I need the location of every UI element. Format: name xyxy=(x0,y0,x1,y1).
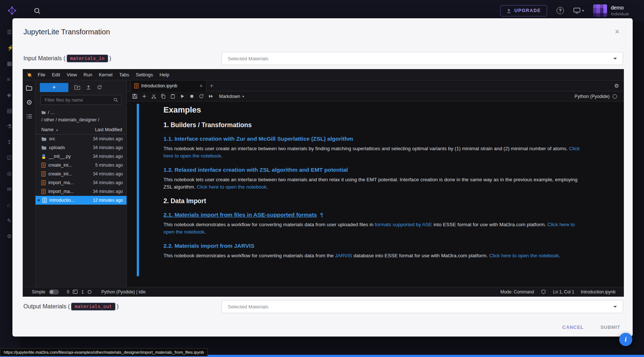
pilcrow-anchor-icon: ¶ xyxy=(320,212,323,218)
run-icon[interactable] xyxy=(177,92,187,101)
breadcrumb-path[interactable]: / other / materials_designer / xyxy=(41,116,99,124)
mode-indicator[interactable]: Mode: Command xyxy=(500,289,534,295)
notebook-content: Examples 1. Builders / Transformations 1… xyxy=(127,102,624,287)
gear-icon[interactable]: ⚙ xyxy=(7,233,12,239)
gear-icon[interactable]: ⚙ xyxy=(614,83,619,89)
grid-icon[interactable]: ▦ xyxy=(7,61,12,66)
diamond-icon[interactable]: ◈ xyxy=(7,92,11,98)
menu-item-tabs[interactable]: Tabs xyxy=(116,72,132,77)
menu-item-kernel[interactable]: Kernel xyxy=(95,72,116,77)
jupyterlab-statusbar: Simple 0 1 Python (Pyodide) | Idle Mode:… xyxy=(23,287,624,296)
breadcrumb: / … / other / materials_designer / xyxy=(35,108,127,126)
mat3ra-logo[interactable] xyxy=(7,6,17,15)
statusbar-filename: Introduction.ipynb xyxy=(581,289,615,295)
display-menu[interactable]: ▾ xyxy=(573,8,584,14)
file-browser-tab-icon[interactable] xyxy=(26,86,32,91)
home-icon[interactable]: ⌂ xyxy=(7,202,10,208)
new-launcher-button[interactable]: + xyxy=(40,83,68,92)
new-folder-icon[interactable] xyxy=(74,85,80,90)
file-row[interactable]: create_int... 5 minutes ago xyxy=(35,161,127,170)
upgrade-label: UPGRADE xyxy=(515,8,541,13)
jarvis-link[interactable]: JARVIS xyxy=(335,253,352,258)
nb-heading-2-1: 2.1. Materials import from files in ASE-… xyxy=(163,212,584,218)
upgrade-button[interactable]: UPGRADE xyxy=(500,5,547,16)
menu-item-run[interactable]: Run xyxy=(80,72,95,77)
open-notebook-link[interactable]: Click here to open the notebook xyxy=(197,184,267,190)
menu-item-edit[interactable]: Edit xyxy=(49,72,63,77)
file-row[interactable]: __init__.py 34 minutes ago xyxy=(35,152,127,161)
cut-icon[interactable] xyxy=(149,92,158,101)
trust-shield-icon[interactable] xyxy=(541,289,546,294)
column-header-last-modified[interactable]: Last Modified xyxy=(95,127,122,132)
file-list: src 34 minutes ago uploads 34 minutes ag… xyxy=(35,134,127,287)
tab-introduction-ipynb[interactable]: Introduction.ipynb × xyxy=(131,80,206,91)
save-icon[interactable] xyxy=(130,92,139,101)
menu-item-view[interactable]: View xyxy=(63,72,80,77)
nb-link-2-2[interactable]: 2.2. Materials import from JARVIS xyxy=(163,243,255,249)
breadcrumb-top[interactable]: / … xyxy=(48,109,55,116)
nb-paragraph: This notebook demonstrates a workflow fo… xyxy=(163,252,584,259)
search-icon[interactable] xyxy=(34,7,41,14)
add-cell-icon[interactable] xyxy=(139,92,149,101)
rows-icon[interactable]: ▤ xyxy=(7,108,12,113)
jupyterlab-frame: File Edit View Run Kernel Tabs Settings … xyxy=(23,69,624,297)
nb-link-2-1-hovered[interactable]: 2.1. Materials import from files in ASE-… xyxy=(163,212,317,218)
list-icon[interactable]: ≡ xyxy=(7,76,10,82)
output-materials-select[interactable]: Selected Materials xyxy=(222,300,623,313)
target-icon[interactable]: ◎ xyxy=(7,171,12,176)
restart-kernel-icon[interactable] xyxy=(196,92,206,101)
nb-link-1-1[interactable]: 1.1. Interface creation with Zur and McG… xyxy=(163,136,353,142)
kernel-icon[interactable] xyxy=(87,290,92,294)
cell-type-dropdown[interactable]: Markdown ▾ xyxy=(219,94,244,99)
file-row[interactable]: create_int... 34 minutes ago xyxy=(35,170,127,178)
close-icon[interactable]: × xyxy=(615,27,619,37)
table-of-contents-tab-icon[interactable] xyxy=(26,114,32,119)
terminal-icon[interactable] xyxy=(73,290,78,294)
add-tab-icon[interactable]: + xyxy=(210,83,213,89)
cursor-position[interactable]: Ln 1, Col 1 xyxy=(553,289,574,295)
kernel-name[interactable]: Python (Pyodide) xyxy=(575,94,610,99)
file-row[interactable]: import_ma... 34 minutes ago xyxy=(35,178,127,187)
simple-mode-label: Simple xyxy=(32,289,45,295)
filter-files-field[interactable] xyxy=(44,97,113,103)
help-icon[interactable]: ? xyxy=(557,7,564,14)
input-materials-label: Input Materials (materials_in) xyxy=(23,52,111,65)
tab-bar: Introduction.ipynb × + ⚙ xyxy=(127,80,624,91)
select-placeholder: Selected Materials xyxy=(228,304,268,309)
cell-collapser[interactable] xyxy=(137,104,139,276)
upload-icon[interactable]: ↥ xyxy=(7,139,12,145)
menu-item-settings[interactable]: Settings xyxy=(132,72,156,77)
cancel-button[interactable]: CANCEL xyxy=(562,324,584,330)
paste-icon[interactable] xyxy=(168,92,177,101)
file-row-selected[interactable]: Introductio... 12 minutes ago xyxy=(35,196,127,205)
nb-link-1-2[interactable]: 1.2. Relaxed interface creation with ZSL… xyxy=(163,167,348,173)
user-menu[interactable]: demo Individual xyxy=(593,4,629,17)
copy-icon[interactable] xyxy=(158,92,168,101)
restart-run-all-icon[interactable] xyxy=(206,92,215,101)
ase-formats-link[interactable]: formats supported by ASE xyxy=(375,222,432,227)
pencil-icon[interactable]: ✎ xyxy=(7,218,12,223)
mail-icon[interactable]: ✉ xyxy=(7,186,12,192)
running-kernels-tab-icon[interactable] xyxy=(26,99,32,105)
open-notebook-link[interactable]: Click here to open the notebook xyxy=(489,253,559,258)
flask-icon[interactable]: ⚗ xyxy=(7,124,12,129)
submit-button[interactable]: SUBMIT xyxy=(600,324,620,330)
input-materials-select[interactable]: Selected Materials xyxy=(222,52,623,65)
stop-icon[interactable] xyxy=(187,92,196,101)
select-placeholder: Selected Materials xyxy=(228,56,268,61)
menu-item-file[interactable]: File xyxy=(34,72,49,77)
filter-files-input[interactable] xyxy=(41,95,121,105)
column-header-name[interactable]: Name ▲ xyxy=(41,127,95,132)
menu-icon[interactable]: ☰ xyxy=(7,29,12,35)
folder-icon[interactable] xyxy=(41,111,46,114)
upload-icon[interactable] xyxy=(86,85,91,90)
file-row[interactable]: uploads 34 minutes ago xyxy=(35,143,127,152)
file-row[interactable]: import_ma... 34 minutes ago xyxy=(35,187,127,196)
checkbox-icon[interactable]: ☑ xyxy=(7,155,12,160)
file-row[interactable]: src 34 minutes ago xyxy=(35,134,127,143)
menu-item-help[interactable]: Help xyxy=(156,72,173,77)
close-icon[interactable]: × xyxy=(200,83,203,89)
simple-mode-toggle[interactable] xyxy=(49,289,59,295)
refresh-icon[interactable] xyxy=(97,85,102,90)
info-button[interactable]: i xyxy=(619,333,632,346)
